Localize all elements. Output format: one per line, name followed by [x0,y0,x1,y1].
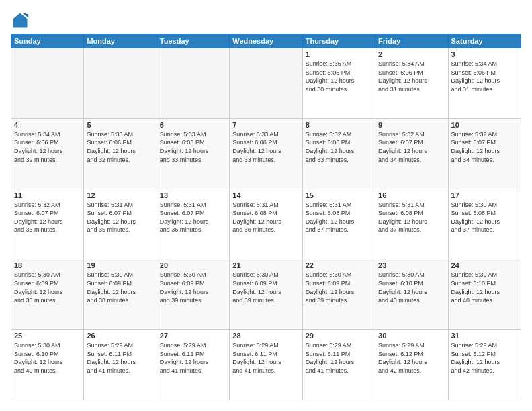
weekday-header: Saturday [448,34,521,48]
calendar-cell: 19Sunrise: 5:30 AMSunset: 6:09 PMDayligh… [84,259,157,330]
calendar-cell [230,48,302,119]
day-number: 9 [378,121,445,129]
day-number: 4 [14,121,81,129]
day-info: Sunrise: 5:29 AMSunset: 6:12 PMDaylight:… [378,341,445,375]
day-info: Sunrise: 5:34 AMSunset: 6:06 PMDaylight:… [378,60,445,93]
weekday-header: Monday [84,34,157,48]
day-info: Sunrise: 5:32 AMSunset: 6:06 PMDaylight:… [306,130,372,164]
day-number: 5 [87,121,153,129]
day-number: 30 [378,332,445,340]
calendar-cell: 21Sunrise: 5:30 AMSunset: 6:09 PMDayligh… [230,259,302,330]
calendar-cell: 22Sunrise: 5:30 AMSunset: 6:09 PMDayligh… [302,259,375,330]
day-info: Sunrise: 5:31 AMSunset: 6:08 PMDaylight:… [232,201,299,234]
day-info: Sunrise: 5:33 AMSunset: 6:06 PMDaylight:… [232,130,299,164]
calendar-cell: 29Sunrise: 5:29 AMSunset: 6:11 PMDayligh… [302,330,375,400]
calendar-week-row: 1Sunrise: 5:35 AMSunset: 6:05 PMDaylight… [11,48,521,119]
day-number: 14 [232,191,299,199]
day-info: Sunrise: 5:32 AMSunset: 6:07 PMDaylight:… [14,201,81,234]
day-info: Sunrise: 5:33 AMSunset: 6:06 PMDaylight:… [87,130,153,164]
weekday-header: Friday [375,34,448,48]
day-info: Sunrise: 5:30 AMSunset: 6:09 PMDaylight:… [160,271,226,304]
day-info: Sunrise: 5:29 AMSunset: 6:12 PMDaylight:… [451,341,518,375]
calendar-cell: 9Sunrise: 5:32 AMSunset: 6:07 PMDaylight… [375,118,448,189]
calendar-cell: 30Sunrise: 5:29 AMSunset: 6:12 PMDayligh… [375,330,448,400]
day-info: Sunrise: 5:30 AMSunset: 6:10 PMDaylight:… [378,271,445,304]
day-info: Sunrise: 5:31 AMSunset: 6:07 PMDaylight:… [87,201,153,234]
day-info: Sunrise: 5:29 AMSunset: 6:11 PMDaylight:… [232,341,299,375]
calendar-cell: 11Sunrise: 5:32 AMSunset: 6:07 PMDayligh… [11,189,84,259]
calendar-cell: 25Sunrise: 5:30 AMSunset: 6:10 PMDayligh… [11,330,84,400]
day-number: 18 [14,261,81,269]
day-info: Sunrise: 5:30 AMSunset: 6:09 PMDaylight:… [14,271,81,304]
day-number: 7 [232,121,299,129]
day-info: Sunrise: 5:30 AMSunset: 6:09 PMDaylight:… [232,271,299,304]
weekday-header: Tuesday [157,34,229,48]
day-number: 24 [451,261,518,269]
calendar-cell: 27Sunrise: 5:29 AMSunset: 6:11 PMDayligh… [157,330,229,400]
calendar-cell: 17Sunrise: 5:30 AMSunset: 6:08 PMDayligh… [448,189,521,259]
day-number: 13 [160,191,226,199]
calendar-week-row: 11Sunrise: 5:32 AMSunset: 6:07 PMDayligh… [11,189,521,259]
day-number: 3 [451,50,518,58]
calendar-cell: 16Sunrise: 5:31 AMSunset: 6:08 PMDayligh… [375,189,448,259]
day-number: 22 [306,261,372,269]
day-number: 28 [232,332,299,340]
day-number: 27 [160,332,226,340]
day-number: 15 [306,191,372,199]
day-info: Sunrise: 5:31 AMSunset: 6:08 PMDaylight:… [306,201,372,234]
day-info: Sunrise: 5:33 AMSunset: 6:06 PMDaylight:… [160,130,226,164]
day-info: Sunrise: 5:29 AMSunset: 6:11 PMDaylight:… [306,341,372,375]
day-info: Sunrise: 5:29 AMSunset: 6:11 PMDaylight:… [87,341,153,375]
calendar-cell: 12Sunrise: 5:31 AMSunset: 6:07 PMDayligh… [84,189,157,259]
day-info: Sunrise: 5:35 AMSunset: 6:05 PMDaylight:… [306,60,372,93]
day-info: Sunrise: 5:29 AMSunset: 6:11 PMDaylight:… [160,341,226,375]
day-info: Sunrise: 5:31 AMSunset: 6:08 PMDaylight:… [378,201,445,234]
day-info: Sunrise: 5:30 AMSunset: 6:10 PMDaylight:… [451,271,518,304]
calendar-cell: 24Sunrise: 5:30 AMSunset: 6:10 PMDayligh… [448,259,521,330]
calendar-cell: 20Sunrise: 5:30 AMSunset: 6:09 PMDayligh… [157,259,229,330]
weekday-header: Wednesday [230,34,302,48]
day-number: 1 [306,50,372,58]
calendar-cell: 10Sunrise: 5:32 AMSunset: 6:07 PMDayligh… [448,118,521,189]
day-number: 17 [451,191,518,199]
calendar-week-row: 18Sunrise: 5:30 AMSunset: 6:09 PMDayligh… [11,259,521,330]
calendar-week-row: 4Sunrise: 5:34 AMSunset: 6:06 PMDaylight… [11,118,521,189]
calendar-cell: 18Sunrise: 5:30 AMSunset: 6:09 PMDayligh… [11,259,84,330]
weekday-header: Sunday [11,34,84,48]
day-number: 2 [378,50,445,58]
calendar-table: SundayMondayTuesdayWednesdayThursdayFrid… [11,34,521,400]
day-number: 29 [306,332,372,340]
page: SundayMondayTuesdayWednesdayThursdayFrid… [0,0,532,411]
svg-marker-0 [13,13,28,28]
calendar-cell: 3Sunrise: 5:34 AMSunset: 6:06 PMDaylight… [448,48,521,119]
day-number: 23 [378,261,445,269]
calendar-cell: 31Sunrise: 5:29 AMSunset: 6:12 PMDayligh… [448,330,521,400]
day-info: Sunrise: 5:30 AMSunset: 6:09 PMDaylight:… [87,271,153,304]
calendar-cell: 7Sunrise: 5:33 AMSunset: 6:06 PMDaylight… [230,118,302,189]
weekday-header: Thursday [302,34,375,48]
day-info: Sunrise: 5:32 AMSunset: 6:07 PMDaylight:… [378,130,445,164]
day-number: 20 [160,261,226,269]
day-number: 31 [451,332,518,340]
header [11,11,521,30]
day-number: 19 [87,261,153,269]
calendar-cell: 5Sunrise: 5:33 AMSunset: 6:06 PMDaylight… [84,118,157,189]
day-number: 6 [160,121,226,129]
day-info: Sunrise: 5:31 AMSunset: 6:07 PMDaylight:… [160,201,226,234]
calendar-cell: 8Sunrise: 5:32 AMSunset: 6:06 PMDaylight… [302,118,375,189]
day-number: 25 [14,332,81,340]
day-info: Sunrise: 5:34 AMSunset: 6:06 PMDaylight:… [14,130,81,164]
calendar-cell: 15Sunrise: 5:31 AMSunset: 6:08 PMDayligh… [302,189,375,259]
calendar-cell: 28Sunrise: 5:29 AMSunset: 6:11 PMDayligh… [230,330,302,400]
logo [11,11,32,30]
day-info: Sunrise: 5:30 AMSunset: 6:08 PMDaylight:… [451,201,518,234]
day-number: 11 [14,191,81,199]
calendar-cell [157,48,229,119]
calendar-cell: 13Sunrise: 5:31 AMSunset: 6:07 PMDayligh… [157,189,229,259]
day-number: 10 [451,121,518,129]
day-number: 16 [378,191,445,199]
calendar-cell: 1Sunrise: 5:35 AMSunset: 6:05 PMDaylight… [302,48,375,119]
day-info: Sunrise: 5:32 AMSunset: 6:07 PMDaylight:… [451,130,518,164]
calendar-cell: 14Sunrise: 5:31 AMSunset: 6:08 PMDayligh… [230,189,302,259]
logo-icon [11,11,30,30]
